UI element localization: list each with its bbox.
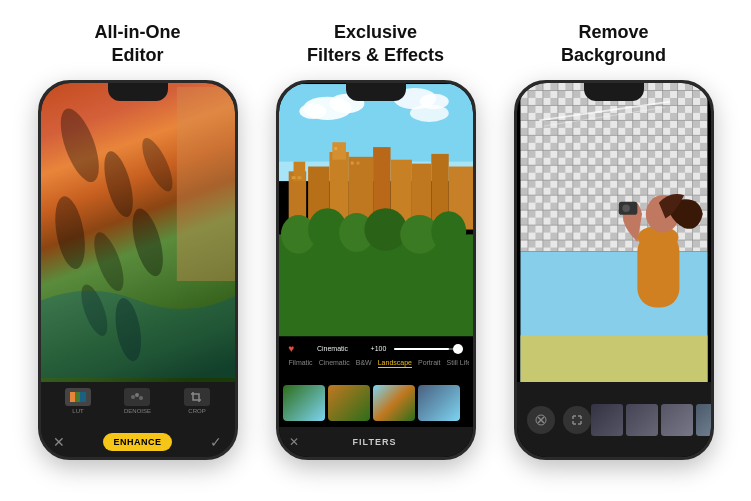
app-showcase: All-in-One Editor	[0, 0, 751, 501]
phone2-close-icon[interactable]: ✕	[289, 435, 299, 449]
svg-rect-51	[520, 335, 707, 382]
beach-aerial-view	[41, 83, 235, 382]
svg-rect-36	[350, 162, 353, 165]
expand-arrows-icon	[571, 414, 583, 426]
svg-rect-9	[75, 392, 80, 402]
svg-point-44	[431, 211, 466, 252]
bg-remove-svg	[517, 83, 711, 382]
thumb-inner-3	[373, 385, 415, 421]
thumb-inner-1	[283, 385, 325, 421]
filters-label: FILTERS	[353, 437, 397, 447]
bg-thumb-4[interactable]	[696, 404, 711, 436]
denoise-icon	[130, 392, 144, 402]
card-editor: All-in-One Editor	[28, 20, 248, 460]
toolbar-item-crop: CROP	[184, 388, 210, 414]
filter-thumb-4[interactable]	[418, 385, 460, 421]
filter-slider-row: ♥ Cinematic +100	[283, 343, 469, 354]
phone-bg-remove	[514, 80, 714, 460]
filter-value: +100	[371, 345, 387, 352]
filter-tab-stilllife[interactable]: Still Life	[447, 358, 469, 368]
bg-thumb-inner-4	[696, 404, 711, 436]
palm-trees-svg	[41, 83, 235, 382]
heart-icon: ♥	[289, 343, 295, 354]
toolbar-item-denoise: DENOISE	[124, 388, 151, 414]
toolbar-item-lut: LUT	[65, 388, 91, 414]
bg-thumbnails	[591, 404, 711, 436]
filter-slider[interactable]	[394, 348, 462, 350]
beach-background	[41, 83, 235, 382]
filter-tab-bw[interactable]: B&W	[356, 358, 372, 368]
filter-bar: ♥ Cinematic +100 Filmatic Cinematic B&W	[279, 337, 473, 382]
phone-editor: LUT DENOISE	[38, 80, 238, 460]
slider-fill	[394, 348, 449, 350]
filter-thumb-2[interactable]	[328, 385, 370, 421]
filter-thumbnails-row	[279, 382, 473, 427]
svg-rect-34	[297, 176, 301, 179]
phone-screen-2: ♥ Cinematic +100 Filmatic Cinematic B&W	[279, 83, 473, 457]
phone-filters: ♥ Cinematic +100 Filmatic Cinematic B&W	[276, 80, 476, 460]
card-bg-remove-title: Remove Background	[561, 20, 666, 68]
toolbar-bottom-row: ✕ ENHANCE ✓	[49, 433, 227, 451]
filter-name-label: Cinematic	[298, 345, 366, 352]
svg-rect-10	[80, 392, 86, 402]
bg-thumb-2[interactable]	[626, 404, 658, 436]
bg-remove-view	[517, 83, 711, 457]
svg-point-11	[131, 395, 135, 399]
slider-thumb	[453, 344, 463, 354]
city-scene-svg	[279, 83, 473, 337]
svg-point-13	[139, 396, 143, 400]
svg-rect-26	[332, 142, 346, 159]
bg-thumb-inner-3	[661, 404, 693, 436]
filter-tabs-row: Filmatic Cinematic B&W Landscape Portrai…	[283, 358, 469, 368]
bg-thumb-1[interactable]	[591, 404, 623, 436]
x-icon	[535, 414, 547, 426]
phone1-toolbar: LUT DENOISE	[41, 382, 235, 457]
filter-thumb-3[interactable]	[373, 385, 415, 421]
svg-point-42	[364, 208, 407, 251]
phone-notch-2	[346, 83, 406, 101]
filter-thumb-1[interactable]	[283, 385, 325, 421]
card-filters: Exclusive Filters & Effects	[266, 20, 486, 460]
bg-remove-scene-area	[517, 83, 711, 382]
bg-thumb-inner-1	[591, 404, 623, 436]
denoise-label: DENOISE	[124, 408, 151, 414]
svg-point-21	[409, 104, 448, 121]
bg-remove-close-icon[interactable]	[527, 406, 555, 434]
close-icon[interactable]: ✕	[53, 434, 65, 450]
phone3-toolbar	[517, 382, 711, 457]
confirm-icon[interactable]: ✓	[210, 434, 222, 450]
phone-screen-1: LUT DENOISE	[41, 83, 235, 457]
phone2-bottom-bar: ✕ FILTERS	[279, 427, 473, 457]
filter-tab-cinematic[interactable]: Cinematic	[319, 358, 350, 368]
svg-point-12	[135, 393, 139, 397]
denoise-icon-box	[124, 388, 150, 406]
crop-icon	[191, 392, 203, 402]
svg-point-0	[52, 104, 106, 187]
thumb-inner-2	[328, 385, 370, 421]
expand-icon[interactable]	[563, 406, 591, 434]
svg-rect-35	[334, 147, 337, 150]
filter-tab-portrait[interactable]: Portrait	[418, 358, 441, 368]
toolbar-icon-group-left	[527, 406, 591, 434]
svg-point-1	[98, 148, 138, 220]
svg-point-18	[299, 103, 326, 119]
lut-icon	[70, 392, 86, 402]
svg-point-2	[136, 134, 178, 195]
city-view: ♥ Cinematic +100 Filmatic Cinematic B&W	[279, 83, 473, 457]
svg-point-4	[88, 229, 129, 295]
card-bg-remove: Remove Background	[504, 20, 724, 460]
bg-thumb-3[interactable]	[661, 404, 693, 436]
crop-label: CROP	[188, 408, 205, 414]
bg-thumb-inner-2	[626, 404, 658, 436]
filter-tab-landscape[interactable]: Landscape	[378, 358, 412, 368]
svg-rect-49	[520, 83, 707, 251]
svg-point-5	[126, 205, 168, 279]
lut-label: LUT	[72, 408, 83, 414]
phone-screen-3	[517, 83, 711, 457]
enhance-button[interactable]: ENHANCE	[103, 433, 171, 451]
filter-tab-filmatic[interactable]: Filmatic	[289, 358, 313, 368]
thumb-inner-4	[418, 385, 460, 421]
phone-notch-1	[108, 83, 168, 101]
svg-rect-37	[356, 162, 359, 165]
phone-notch-3	[584, 83, 644, 101]
